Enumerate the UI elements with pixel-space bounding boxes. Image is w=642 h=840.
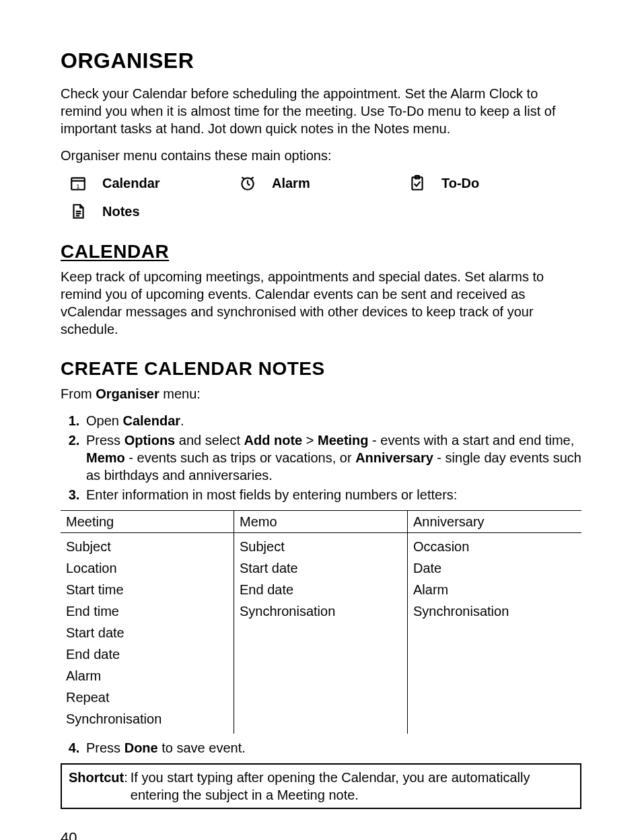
todo-icon (408, 174, 427, 193)
options-intro: Organiser menu contains these main optio… (61, 147, 581, 164)
table-row: Date (413, 557, 576, 579)
notes-icon (69, 202, 87, 221)
table-row: Synchronisation (240, 600, 402, 622)
table-row: Subject (240, 536, 402, 557)
intro-paragraph: Check your Calendar before scheduling th… (61, 85, 581, 137)
table-row: Synchronisation (66, 708, 228, 730)
table-row: Occasion (413, 536, 576, 557)
table-row: Repeat (66, 687, 228, 708)
page-title: ORGANISER (61, 47, 581, 75)
table-row: Location (66, 557, 228, 579)
from-line: From Organiser menu: (61, 385, 581, 403)
calendar-desc: Keep track of upcoming meetings, appoint… (61, 268, 581, 338)
meeting-column: Meeting Subject Location Start time End … (61, 510, 234, 734)
step-3: Enter information in most fields by ente… (83, 486, 581, 503)
option-notes: Notes (102, 203, 230, 220)
memo-column: Memo Subject Start date End date Synchro… (234, 510, 408, 734)
table-row: Start date (240, 557, 402, 579)
table-row: Synchronisation (413, 600, 576, 622)
anniversary-header: Anniversary (408, 510, 581, 533)
shortcut-text: If you start typing after opening the Ca… (131, 769, 573, 804)
table-row: Start date (66, 622, 228, 643)
calendar-heading: CALENDAR (61, 240, 581, 264)
table-row: End time (66, 600, 228, 622)
step-4: Press Done to save event. (83, 739, 581, 757)
table-row: End date (66, 643, 228, 665)
table-row: Alarm (66, 665, 228, 687)
step-2: Press Options and select Add note > Meet… (83, 431, 581, 484)
svg-text:1: 1 (76, 182, 79, 189)
options-grid: 1 Calendar Alarm To-Do Notes (69, 174, 581, 221)
steps-list-continued: Press Done to save event. (61, 739, 581, 757)
option-alarm: Alarm (272, 174, 400, 192)
option-todo: To-Do (441, 174, 549, 192)
anniversary-column: Anniversary Occasion Date Alarm Synchron… (408, 510, 581, 734)
shortcut-label: Shortcut (69, 770, 124, 785)
table-row: Subject (66, 536, 228, 557)
table-row: Start time (66, 579, 228, 600)
table-row: End date (240, 579, 402, 600)
option-calendar: Calendar (102, 174, 230, 192)
steps-list: Open Calendar. Press Options and select … (61, 412, 581, 503)
calendar-icon: 1 (69, 174, 87, 193)
shortcut-box: Shortcut: If you start typing after open… (61, 763, 581, 809)
svg-line-6 (242, 177, 244, 178)
step-1: Open Calendar. (83, 412, 581, 429)
create-heading: CREATE CALENDAR NOTES (61, 357, 581, 381)
alarm-icon (238, 174, 257, 193)
memo-header: Memo (234, 510, 407, 533)
meeting-header: Meeting (61, 510, 234, 533)
fields-table: Meeting Subject Location Start time End … (61, 510, 581, 734)
svg-line-7 (251, 177, 253, 178)
svg-line-5 (248, 184, 250, 185)
table-row: Alarm (413, 579, 576, 600)
page-number: 40 (61, 829, 77, 840)
